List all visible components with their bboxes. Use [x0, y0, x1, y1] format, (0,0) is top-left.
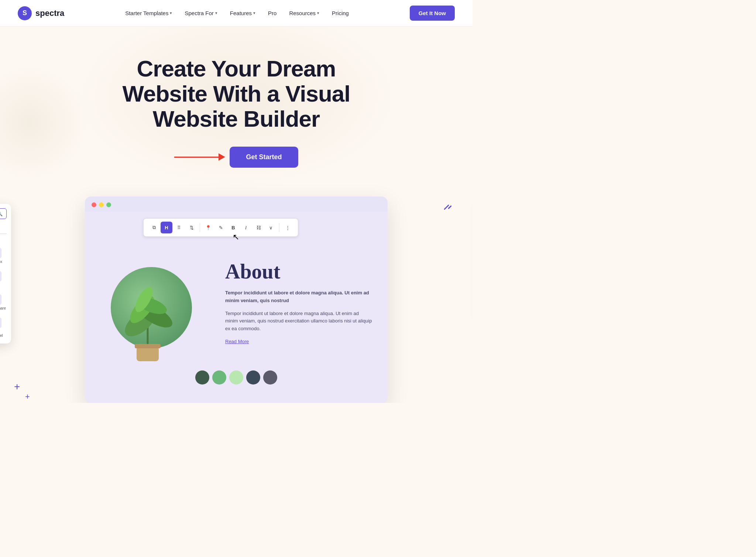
get-it-now-button[interactable]: Get It Now	[410, 6, 455, 21]
nav-item-features[interactable]: Features ▾	[225, 7, 261, 19]
get-started-button[interactable]: Get Started	[230, 147, 298, 168]
toolbar-pin-button[interactable]: 📍	[202, 222, 214, 233]
hero-section: Create Your Dream Website With a Visual …	[0, 27, 472, 197]
nav-item-resources[interactable]: Resources ▾	[284, 7, 324, 19]
panel-tabs: Blocks Patterns	[0, 223, 7, 234]
swatch-2[interactable]	[212, 370, 226, 385]
nav-item-pro[interactable]: Pro	[263, 7, 282, 19]
logo-icon: S	[18, 6, 32, 20]
toolbar-italic-button[interactable]: I	[240, 222, 252, 233]
chevron-down-icon: ▾	[317, 11, 319, 16]
plus-decoration-2: +	[25, 393, 30, 401]
panel-item-social-share[interactable]: ≺ Social Share	[0, 291, 8, 313]
post-carousel-icon: ▶	[0, 318, 1, 328]
logo[interactable]: S spectra	[18, 6, 64, 20]
spark-decoration	[446, 204, 450, 211]
toolbar-bold-button[interactable]: B	[227, 222, 239, 233]
nav-links: Starter Templates ▾ Spectra For ▾ Featur…	[120, 7, 354, 19]
color-swatches	[100, 370, 373, 392]
about-text: About Tempor incididunt ut labore et dol…	[225, 260, 373, 345]
navbar: S spectra Starter Templates ▾ Spectra Fo…	[0, 0, 472, 27]
about-para-2: Tempor incididunt ut labore et dolore ma…	[225, 310, 373, 333]
about-heading: About	[225, 260, 373, 283]
about-content: About Tempor incididunt ut labore et dol…	[100, 260, 373, 363]
panel-grid: ⊞ Container H Heading ▤ Info Box ◈ Call …	[0, 243, 11, 344]
swatch-4[interactable]	[246, 370, 260, 385]
arrow-head	[219, 153, 225, 161]
toolbar-more-button[interactable]: ∨	[265, 222, 277, 233]
hero-cta-row: Get Started	[18, 147, 455, 168]
cursor-icon: ↖	[233, 232, 239, 242]
arrow-decoration	[174, 153, 225, 161]
chevron-down-icon: ▾	[215, 11, 217, 16]
social-share-icon: ≺	[0, 294, 1, 305]
swatch-5[interactable]	[263, 370, 277, 385]
form-icon: ▦	[0, 271, 1, 281]
toolbar-divider	[200, 223, 200, 232]
browser-content: ⧉ H ⠿ ⇅ 📍 ✎ B I ⛓ ∨ ⋮ ↖	[85, 212, 388, 403]
svg-rect-0	[137, 346, 159, 361]
toolbar-divider-2	[279, 223, 279, 232]
panel-item-form[interactable]: ▦ Form	[0, 268, 8, 290]
chevron-down-icon: ▾	[170, 11, 172, 16]
svg-rect-1	[135, 344, 161, 348]
plant-illustration	[111, 274, 185, 363]
search-icon: 🔍	[0, 211, 3, 216]
browser-dot-yellow	[99, 202, 104, 207]
browser-dots	[85, 202, 388, 212]
panel-section-label: SPECTRA	[0, 234, 11, 243]
browser-dot-green	[106, 202, 111, 207]
plus-decoration-1: +	[14, 382, 20, 392]
panel-label: Post Carousel	[0, 329, 7, 338]
panel-item-info-box[interactable]: ▤ Info Box	[0, 245, 8, 267]
swatch-1[interactable]	[195, 370, 209, 385]
hero-title: Create Your Dream Website With a Visual …	[92, 56, 380, 132]
panel-item-post-carousel[interactable]: ▶ Post Carousel	[0, 315, 8, 341]
toolbar-heading-button[interactable]: H	[161, 222, 172, 233]
swatch-3[interactable]	[229, 370, 243, 385]
builder-section: 🔍 Blocks Patterns SPECTRA ⊞ Container H …	[0, 197, 472, 403]
chevron-down-icon: ▾	[253, 11, 255, 16]
about-visual	[100, 260, 210, 363]
logo-text: spectra	[35, 8, 64, 18]
toolbar-copy-button[interactable]: ⧉	[148, 222, 160, 233]
hero-content: Create Your Dream Website With a Visual …	[18, 56, 455, 168]
toolbar-link-button[interactable]: ⛓	[252, 222, 264, 233]
info-box-icon: ▤	[0, 248, 1, 258]
nav-item-starter-templates[interactable]: Starter Templates ▾	[120, 7, 177, 19]
toolbar-grid-button[interactable]: ⠿	[173, 222, 185, 233]
editor-toolbar: ⧉ H ⠿ ⇅ 📍 ✎ B I ⛓ ∨ ⋮	[143, 218, 298, 237]
browser-dot-red	[92, 202, 96, 207]
block-search[interactable]: 🔍	[0, 208, 7, 219]
browser-window: ⧉ H ⠿ ⇅ 📍 ✎ B I ⛓ ∨ ⋮ ↖	[85, 197, 388, 403]
toolbar-dots-button[interactable]: ⋮	[282, 222, 293, 233]
read-more-link[interactable]: Read More	[225, 339, 249, 344]
arrow-shaft	[174, 157, 219, 158]
about-para-1: Tempor incididunt ut labore et dolore ma…	[225, 289, 373, 305]
block-panel: 🔍 Blocks Patterns SPECTRA ⊞ Container H …	[0, 204, 11, 344]
toolbar-pencil-button[interactable]: ✎	[215, 222, 227, 233]
panel-label: Social Share	[0, 306, 6, 310]
nav-item-pricing[interactable]: Pricing	[327, 7, 354, 19]
panel-label: Info Box	[0, 260, 2, 264]
toolbar-arrows-button[interactable]: ⇅	[186, 222, 197, 233]
nav-item-spectra-for[interactable]: Spectra For ▾	[179, 7, 222, 19]
